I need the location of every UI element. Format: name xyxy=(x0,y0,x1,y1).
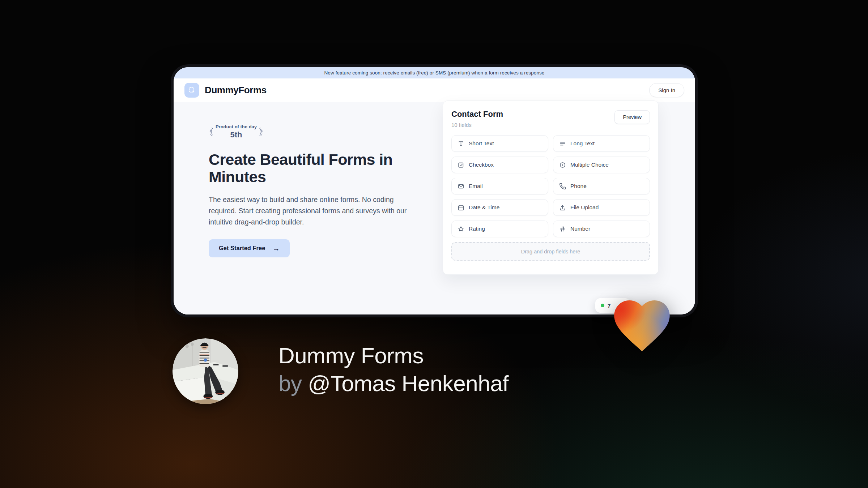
product-of-the-day-badge: Product of the day 5th xyxy=(209,121,264,142)
hash-icon xyxy=(559,226,566,232)
avatar-photo xyxy=(173,338,238,404)
hero-description: The easiest way to build and share onlin… xyxy=(209,194,422,227)
drag-drop-zone[interactable]: Drag and drop fields here xyxy=(451,242,650,261)
field-tile-label: Date & Time xyxy=(469,204,499,211)
upload-icon xyxy=(559,204,566,211)
field-tile-email[interactable]: Email xyxy=(451,178,548,194)
byline-caption: Dummy Forms by @Tomas Henkenhaf xyxy=(278,342,509,398)
text-icon xyxy=(458,140,464,147)
star-icon xyxy=(458,226,464,232)
heart-logo-icon xyxy=(608,292,676,359)
avatar-illustration xyxy=(173,338,238,404)
sign-in-button[interactable]: Sign In xyxy=(649,83,684,97)
field-tile-date-time[interactable]: Date & Time xyxy=(451,199,548,216)
hero-section: Product of the day 5th Create Beautiful … xyxy=(209,121,426,257)
field-tile-label: Email xyxy=(469,183,483,189)
brand-title: DummyForms xyxy=(205,85,267,96)
award-title: Product of the day xyxy=(216,124,257,129)
field-grid: Short TextLong TextCheckboxMultiple Choi… xyxy=(451,135,650,237)
byline-title: Dummy Forms xyxy=(278,342,509,370)
laurel-right-icon xyxy=(258,121,264,142)
envelope-icon xyxy=(458,183,464,190)
page-content: Product of the day 5th Create Beautiful … xyxy=(174,102,695,314)
laurel-left-icon xyxy=(209,121,214,142)
dashed-select-cursor-icon xyxy=(188,86,196,94)
lines-icon xyxy=(559,140,566,147)
arrow-right-icon: → xyxy=(272,245,280,252)
field-tile-label: Number xyxy=(570,226,590,232)
field-tile-number[interactable]: Number xyxy=(553,221,650,237)
award-rank: 5th xyxy=(216,130,257,140)
get-started-button[interactable]: Get Started Free → xyxy=(209,239,290,257)
byline-prefix: by xyxy=(278,371,308,396)
field-tile-long-text[interactable]: Long Text xyxy=(553,135,650,152)
field-tile-label: Long Text xyxy=(570,140,595,147)
browser-window: New feature coming soon: receive emails … xyxy=(174,67,695,314)
get-started-label: Get Started Free xyxy=(219,245,265,252)
field-tile-label: Phone xyxy=(570,183,587,189)
green-dot-icon xyxy=(601,304,604,307)
preview-button[interactable]: Preview xyxy=(614,110,650,124)
byline-handle: @Tomas Henkenhaf xyxy=(308,371,509,396)
field-tile-rating[interactable]: Rating xyxy=(451,221,548,237)
checkbox-icon xyxy=(458,162,464,168)
hero-headline: Create Beautiful Forms in Minutes xyxy=(209,151,426,185)
field-tile-label: Rating xyxy=(469,226,485,232)
field-tile-checkbox[interactable]: Checkbox xyxy=(451,157,548,173)
field-tile-multiple-choice[interactable]: Multiple Choice xyxy=(553,157,650,173)
calendar-icon xyxy=(458,204,464,211)
app-header: DummyForms Sign In xyxy=(174,78,695,102)
field-tile-label: File Upload xyxy=(570,204,599,211)
phone-icon xyxy=(559,183,566,190)
form-builder-card: Contact Form 10 fields Preview Short Tex… xyxy=(443,100,659,275)
field-tile-label: Multiple Choice xyxy=(570,162,609,168)
field-tile-file-upload[interactable]: File Upload xyxy=(553,199,650,216)
radio-icon xyxy=(559,162,566,168)
field-tile-phone[interactable]: Phone xyxy=(553,178,650,194)
field-tile-label: Short Text xyxy=(469,140,494,147)
announcement-banner: New feature coming soon: receive emails … xyxy=(174,67,695,78)
app-logo[interactable] xyxy=(184,83,199,98)
field-tile-label: Checkbox xyxy=(469,162,494,168)
field-tile-short-text[interactable]: Short Text xyxy=(451,135,548,152)
